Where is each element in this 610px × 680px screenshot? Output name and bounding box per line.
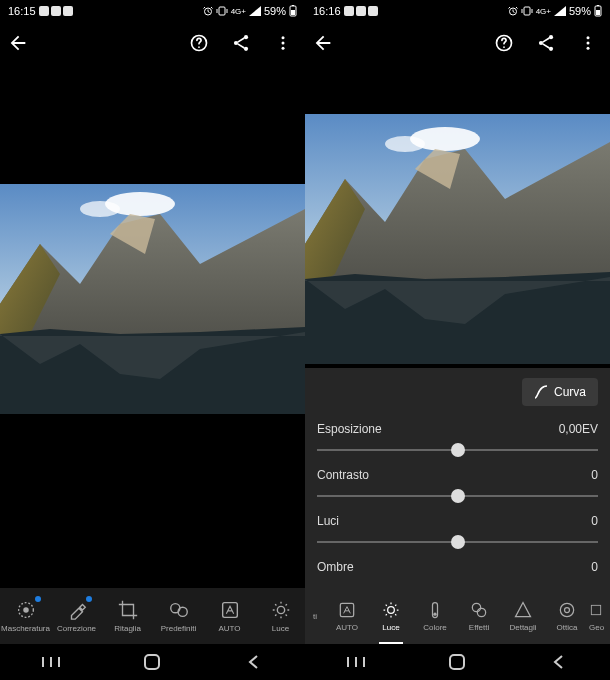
- share-button[interactable]: [534, 31, 558, 55]
- network-icon: 4G+: [231, 7, 246, 16]
- tool-predefiniti-partial[interactable]: ti: [305, 588, 325, 644]
- slider-label: Luci: [317, 514, 339, 528]
- more-button[interactable]: [576, 31, 600, 55]
- svg-rect-31: [524, 7, 530, 15]
- tool-label: Mascheratura: [1, 624, 50, 633]
- slider-luci: Luci0: [317, 506, 598, 552]
- svg-point-48: [388, 607, 395, 614]
- nav-home[interactable]: [140, 650, 164, 674]
- slider-track[interactable]: [317, 444, 598, 456]
- tool-label: AUTO: [218, 624, 240, 633]
- tool-correzione[interactable]: Correzione: [51, 588, 102, 644]
- tool-geometria-partial[interactable]: Geo: [589, 588, 609, 644]
- tool-label: Correzione: [57, 624, 96, 633]
- alarm-icon: [203, 6, 213, 16]
- svg-point-18: [80, 201, 120, 217]
- svg-rect-34: [597, 5, 599, 6]
- help-button[interactable]: [187, 31, 211, 55]
- network-icon: 4G+: [536, 7, 551, 16]
- android-nav-bar: [305, 644, 610, 680]
- tool-luce[interactable]: Luce: [255, 588, 306, 644]
- svg-rect-55: [591, 605, 600, 614]
- svg-point-36: [503, 46, 505, 48]
- tool-ritaglia[interactable]: Ritaglia: [102, 588, 153, 644]
- app-bar: [305, 22, 610, 64]
- svg-point-21: [23, 607, 29, 613]
- tool-mascheratura[interactable]: Mascheratura: [0, 588, 51, 644]
- svg-point-25: [277, 606, 284, 613]
- svg-point-41: [587, 42, 590, 45]
- nav-back[interactable]: [242, 650, 266, 674]
- nav-home[interactable]: [445, 650, 469, 674]
- nav-recents[interactable]: [344, 650, 368, 674]
- slider-track[interactable]: [317, 536, 598, 548]
- tool-label: Geo: [589, 623, 604, 632]
- slider-label: Ombre: [317, 560, 354, 574]
- tool-luce[interactable]: Luce: [369, 588, 413, 644]
- tool-label: Luce: [272, 624, 289, 633]
- battery-text: 59%: [569, 5, 591, 17]
- slider-label: Contrasto: [317, 468, 369, 482]
- slider-value: 0: [591, 514, 598, 528]
- alarm-icon: [508, 6, 518, 16]
- slider-esposizione: Esposizione0,00EV: [317, 414, 598, 460]
- share-button[interactable]: [229, 31, 253, 55]
- svg-point-23: [178, 607, 187, 616]
- svg-point-14: [282, 42, 285, 45]
- slider-thumb[interactable]: [451, 489, 465, 503]
- photo-preview: [305, 114, 610, 364]
- svg-point-54: [565, 608, 570, 613]
- svg-rect-27: [344, 6, 354, 16]
- status-notif-icons: [39, 5, 81, 17]
- more-button[interactable]: [271, 31, 295, 55]
- slider-thumb[interactable]: [451, 535, 465, 549]
- battery-text: 59%: [264, 5, 286, 17]
- svg-rect-56: [450, 655, 464, 669]
- tool-label: AUTO: [336, 623, 358, 632]
- signal-icon: [554, 6, 566, 16]
- android-nav-bar: [0, 644, 305, 680]
- battery-icon: [289, 5, 297, 17]
- slider-ombre: Ombre0: [317, 552, 598, 574]
- tool-dettagli[interactable]: Dettagli: [501, 588, 545, 644]
- svg-rect-33: [596, 10, 600, 15]
- svg-rect-47: [340, 603, 353, 616]
- slider-value: 0: [591, 468, 598, 482]
- svg-point-53: [560, 603, 573, 616]
- status-bar: 16:16 4G+ 59%: [305, 0, 610, 22]
- light-panel: Curva Esposizione0,00EV Contrasto0 Luci0…: [305, 368, 610, 588]
- tool-auto[interactable]: AUTO: [325, 588, 369, 644]
- svg-point-40: [587, 36, 590, 39]
- tool-auto[interactable]: AUTO: [204, 588, 255, 644]
- curva-button[interactable]: Curva: [522, 378, 598, 406]
- tool-label: ti: [313, 612, 317, 621]
- back-button[interactable]: [311, 31, 335, 55]
- tool-label: Colore: [423, 623, 447, 632]
- vibrate-icon: [521, 6, 533, 16]
- slider-track[interactable]: [317, 490, 598, 502]
- slider-label: Esposizione: [317, 422, 382, 436]
- tool-label: Effetti: [469, 623, 489, 632]
- app-bar: [0, 22, 305, 64]
- badge-icon: [35, 596, 41, 602]
- slider-value: 0,00EV: [559, 422, 598, 436]
- svg-rect-7: [292, 5, 294, 6]
- status-time: 16:16: [313, 5, 341, 17]
- help-button[interactable]: [492, 31, 516, 55]
- tool-strip: Mascheratura Correzione Ritaglia Predefi…: [0, 588, 305, 644]
- nav-back[interactable]: [547, 650, 571, 674]
- tool-colore[interactable]: Colore: [413, 588, 457, 644]
- tool-effetti[interactable]: Effetti: [457, 588, 501, 644]
- svg-point-50: [433, 613, 436, 616]
- back-button[interactable]: [6, 31, 30, 55]
- phone-right: 16:16 4G+ 59%: [305, 0, 610, 680]
- signal-icon: [249, 6, 261, 16]
- tool-ottica[interactable]: Ottica: [545, 588, 589, 644]
- slider-thumb[interactable]: [451, 443, 465, 457]
- svg-point-45: [385, 136, 425, 152]
- curve-icon: [534, 385, 548, 399]
- tool-predefiniti[interactable]: Predefiniti: [153, 588, 204, 644]
- nav-recents[interactable]: [39, 650, 63, 674]
- svg-rect-26: [145, 655, 159, 669]
- curva-label: Curva: [554, 385, 586, 399]
